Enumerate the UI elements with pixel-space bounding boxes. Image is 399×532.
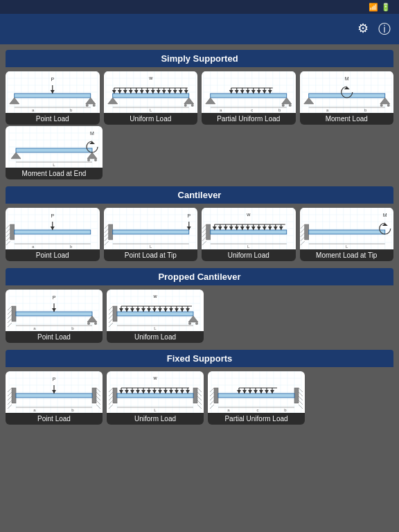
svg-rect-198 bbox=[16, 148, 92, 152]
nav-bar: ⚙ ⓘ bbox=[0, 14, 399, 44]
svg-rect-115 bbox=[211, 94, 287, 98]
svg-text:M: M bbox=[382, 213, 387, 218]
card-label-c-point-load: Point Load bbox=[6, 249, 100, 261]
svg-rect-605 bbox=[294, 388, 299, 403]
card-image-ss-partial-uniform: acb bbox=[202, 71, 296, 113]
card-label-ss-point-load: Point Load bbox=[6, 113, 100, 125]
svg-point-438 bbox=[188, 322, 191, 325]
svg-point-26 bbox=[93, 104, 96, 107]
cards-row-cantilever-0: PabPoint Load PLPoint Load at Tip bbox=[6, 208, 393, 261]
svg-point-119 bbox=[289, 104, 292, 107]
card-c-point-tip[interactable]: PLPoint Load at Tip bbox=[104, 208, 198, 261]
svg-rect-540 bbox=[193, 388, 197, 403]
card-image-pc-uniform: wL bbox=[107, 290, 204, 331]
card-label-fs-uniform: Uniform Load bbox=[107, 413, 204, 425]
card-image-ss-moment: Mab bbox=[300, 71, 394, 113]
svg-rect-436 bbox=[117, 312, 193, 316]
svg-text:c: c bbox=[257, 408, 259, 412]
section-propped-cantilever: Propped Cantilever PabPoint Load bbox=[6, 268, 393, 343]
svg-text:w: w bbox=[152, 375, 157, 380]
svg-rect-492 bbox=[12, 388, 16, 403]
svg-rect-397 bbox=[16, 312, 92, 316]
status-time-date bbox=[6, 3, 8, 11]
svg-rect-235 bbox=[15, 230, 91, 234]
card-c-uniform[interactable]: wLUniform Load bbox=[202, 208, 296, 261]
status-right: 📶 🔋 bbox=[369, 3, 393, 12]
card-label-fs-point-load: Point Load bbox=[6, 413, 103, 425]
svg-rect-299 bbox=[206, 224, 211, 240]
svg-rect-498 bbox=[92, 388, 96, 403]
card-ss-point-load[interactable]: PabPoint Load bbox=[6, 71, 100, 125]
section-header-fixed-supports: Fixed Supports bbox=[6, 350, 393, 367]
svg-point-399 bbox=[87, 322, 90, 325]
cards-row-fixed-supports-0: PabPoint Load wLUniform Load bbox=[6, 371, 393, 425]
card-fs-uniform[interactable]: wLUniform Load bbox=[107, 371, 204, 425]
wifi-icon: 📶 bbox=[369, 3, 378, 12]
card-image-ss-point-load: Pab bbox=[6, 71, 100, 113]
section-header-propped-cantilever: Propped Cantilever bbox=[6, 268, 393, 285]
svg-point-202 bbox=[94, 159, 97, 161]
svg-text:c: c bbox=[251, 108, 253, 112]
svg-text:M: M bbox=[90, 131, 94, 136]
main-content: Simply Supported PabPoint Load bbox=[0, 44, 399, 532]
svg-text:P: P bbox=[53, 295, 56, 300]
card-image-fs-point-load: Pab bbox=[6, 371, 103, 413]
svg-text:P: P bbox=[51, 77, 54, 82]
svg-rect-305 bbox=[211, 230, 287, 234]
card-image-c-moment-tip: ML bbox=[300, 208, 394, 249]
card-image-ss-uniform-load: wL bbox=[104, 71, 198, 113]
section-header-cantilever: Cantilever bbox=[6, 186, 393, 204]
card-image-fs-uniform: wL bbox=[107, 371, 204, 413]
cards-row-propped-cantilever-0: PabPoint Load bbox=[6, 290, 393, 343]
svg-rect-265 bbox=[108, 224, 112, 240]
cards-row-simply-supported-1: MLMoment Load at End bbox=[6, 126, 393, 179]
svg-rect-165 bbox=[308, 94, 384, 98]
card-label-ss-moment: Moment Load bbox=[300, 113, 394, 125]
svg-point-25 bbox=[86, 104, 89, 107]
svg-point-118 bbox=[282, 104, 285, 107]
svg-text:w: w bbox=[152, 294, 157, 299]
svg-point-439 bbox=[195, 322, 198, 325]
card-label-ss-moment-end: Moment Load at End bbox=[6, 168, 103, 179]
section-simply-supported: Simply Supported PabPoint Load bbox=[6, 50, 393, 179]
svg-rect-271 bbox=[112, 230, 188, 234]
card-label-pc-point-load: Point Load bbox=[6, 331, 103, 343]
svg-rect-229 bbox=[10, 224, 15, 240]
card-label-pc-uniform: Uniform Load bbox=[107, 331, 204, 343]
svg-point-400 bbox=[94, 322, 97, 325]
svg-point-201 bbox=[87, 159, 90, 161]
svg-text:P: P bbox=[51, 213, 54, 218]
nav-icons: ⚙ ⓘ bbox=[357, 21, 391, 37]
card-image-ss-moment-end: ML bbox=[6, 126, 103, 168]
card-ss-moment[interactable]: MabMoment Load bbox=[300, 71, 394, 125]
section-cantilever: Cantilever PabPoint Load PLPoint Load at… bbox=[6, 186, 393, 261]
svg-rect-546 bbox=[117, 393, 193, 398]
svg-rect-504 bbox=[16, 393, 92, 398]
svg-rect-22 bbox=[15, 94, 91, 98]
svg-rect-430 bbox=[113, 306, 117, 321]
svg-rect-599 bbox=[214, 388, 218, 403]
card-image-c-point-tip: PL bbox=[104, 208, 198, 249]
svg-point-60 bbox=[190, 104, 193, 107]
card-label-ss-uniform-load: Uniform Load bbox=[104, 113, 198, 125]
card-label-ss-partial-uniform: Partial Uniform Load bbox=[202, 113, 296, 125]
card-label-c-point-tip: Point Load at Tip bbox=[104, 249, 198, 261]
svg-rect-534 bbox=[113, 388, 117, 403]
svg-point-168 bbox=[380, 104, 382, 107]
svg-point-59 bbox=[184, 104, 186, 107]
section-header-simply-supported: Simply Supported bbox=[6, 50, 393, 67]
card-ss-partial-uniform[interactable]: acbPartial Uniform Load bbox=[202, 71, 296, 125]
info-icon[interactable]: ⓘ bbox=[378, 21, 391, 37]
card-fs-point-load[interactable]: PabPoint Load bbox=[6, 371, 103, 425]
card-ss-uniform-load[interactable]: wLUniform Load bbox=[104, 71, 198, 125]
card-pc-point-load[interactable]: PabPoint Load bbox=[6, 290, 103, 343]
card-c-point-load[interactable]: PabPoint Load bbox=[6, 208, 100, 261]
settings-icon[interactable]: ⚙ bbox=[357, 21, 369, 37]
card-fs-partial[interactable]: acbPartial Uniform Load bbox=[208, 371, 305, 425]
svg-rect-358 bbox=[304, 224, 308, 240]
svg-text:P: P bbox=[53, 377, 56, 382]
card-label-fs-partial: Partial Uniform Load bbox=[208, 413, 305, 425]
card-pc-uniform[interactable]: wLUniform Load bbox=[107, 290, 204, 343]
card-ss-moment-end[interactable]: MLMoment Load at End bbox=[6, 126, 103, 179]
card-c-moment-tip[interactable]: MLMoment Load at Tip bbox=[300, 208, 394, 261]
